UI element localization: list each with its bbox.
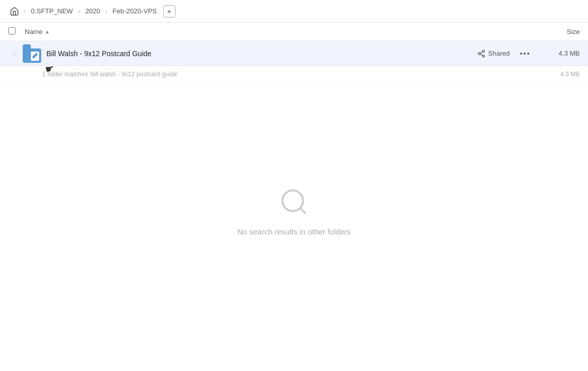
- select-all-checkbox[interactable]: [8, 27, 21, 36]
- breadcrumb-2020[interactable]: 2020: [83, 6, 102, 16]
- file-name: Bill Walsh - 9x12 Postcard Guide: [46, 49, 477, 58]
- name-column-header[interactable]: Name ▲: [25, 28, 539, 36]
- file-row-wrapper: ☆ B: [0, 41, 588, 66]
- share-icon: [477, 49, 486, 58]
- match-size: 4.3 MB: [539, 71, 580, 78]
- more-icon: •••: [520, 49, 531, 58]
- star-icon: ☆: [11, 48, 18, 58]
- separator-3: ›: [106, 8, 108, 15]
- breadcrumb-sftp[interactable]: 0.SFTP_NEW: [29, 6, 75, 16]
- svg-point-1: [478, 53, 480, 55]
- match-text: 1 folder matches 'bill walsh - 9x12 post…: [42, 71, 539, 78]
- empty-search-area: No search results in other folders: [0, 82, 588, 371]
- svg-line-6: [300, 208, 306, 214]
- size-column-header: Size: [539, 28, 580, 36]
- column-header: Name ▲ Size: [0, 23, 588, 41]
- sort-arrow-icon: ▲: [45, 29, 50, 35]
- separator-1: ›: [24, 8, 26, 15]
- svg-point-5: [283, 191, 303, 211]
- breadcrumb-bar: › 0.SFTP_NEW › 2020 › Feb-2020-VPS +: [0, 0, 588, 23]
- separator-2: ›: [78, 8, 80, 15]
- shared-label: Shared: [488, 49, 510, 57]
- file-row[interactable]: ☆ B: [0, 41, 588, 66]
- match-info-row: 1 folder matches 'bill walsh - 9x12 post…: [0, 66, 588, 82]
- svg-point-2: [482, 55, 485, 57]
- breadcrumb-feb[interactable]: Feb-2020-VPS: [111, 6, 159, 16]
- add-breadcrumb-button[interactable]: +: [163, 5, 176, 18]
- svg-line-3: [480, 54, 483, 56]
- svg-point-0: [482, 50, 485, 52]
- home-breadcrumb[interactable]: [8, 5, 21, 18]
- more-options-button[interactable]: •••: [518, 46, 532, 61]
- shared-badge[interactable]: Shared: [477, 49, 510, 58]
- no-results-icon: [279, 187, 309, 219]
- no-results-text: No search results in other folders: [237, 227, 351, 236]
- folder-icon: [23, 44, 41, 63]
- file-size: 4.3 MB: [539, 49, 580, 57]
- star-button[interactable]: ☆: [8, 48, 21, 58]
- svg-line-4: [480, 52, 483, 53]
